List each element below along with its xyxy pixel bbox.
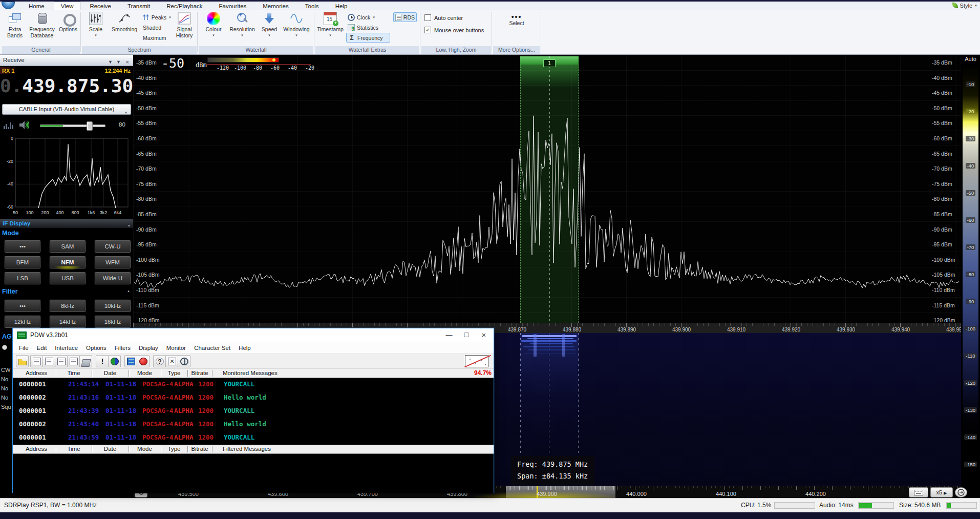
column-separator[interactable] (56, 370, 56, 377)
column-header-bitrate[interactable]: Bitrate (187, 445, 212, 453)
peaks-button[interactable]: Peaks ▼ (141, 12, 173, 22)
pdw-menu-filters[interactable]: Filters (111, 342, 135, 353)
column-header-address[interactable]: Address (17, 369, 56, 378)
mode-button-wfm[interactable]: WFM (94, 256, 131, 269)
table-row[interactable]: 000000221:43:1601-11-18POCSAG-4ALPHA1200… (13, 391, 494, 405)
column-separator[interactable] (56, 446, 56, 452)
receive-panel-header[interactable]: Receive ▼ ▼ × (0, 55, 133, 66)
pdw-menu-display[interactable]: Display (135, 342, 162, 353)
tab-tools[interactable]: Tools (298, 2, 326, 10)
column-header-monitored-messages[interactable]: Monitored Messages (223, 369, 278, 378)
tab-receive[interactable]: Receive (82, 2, 118, 10)
app-menu-button[interactable] (2, 2, 15, 9)
column-separator[interactable] (129, 370, 129, 377)
options-button[interactable]: Options (57, 11, 79, 45)
resolution-button[interactable]: Resolution ▼ (227, 11, 257, 45)
table-row[interactable]: 000000121:43:1401-11-18POCSAG-4ALPHA1200… (13, 378, 494, 391)
smoothing-button[interactable]: Smoothing (109, 11, 140, 45)
copy-button[interactable] (30, 355, 43, 367)
column-separator[interactable] (92, 370, 92, 377)
column-header-type[interactable]: Type (161, 445, 187, 453)
maximum-button[interactable]: Maximum (141, 33, 173, 43)
column-header-mode[interactable]: Mode (129, 445, 161, 453)
volume-slider[interactable] (40, 124, 105, 127)
style-button[interactable]: Style ▼ (952, 2, 977, 9)
frequency-display[interactable]: 0.439.875.300 (0, 75, 133, 96)
column-separator[interactable] (187, 446, 188, 452)
rf-spectrum-display[interactable]: -50 dBm -120-100-80-60-40-20 -35 dBm-40 … (133, 55, 961, 333)
windowing-button[interactable]: Windowing ▼ (282, 11, 311, 45)
copy-all-button[interactable] (42, 355, 55, 367)
pdw-menu-file[interactable]: File (15, 342, 33, 353)
column-header-date[interactable]: Date (92, 445, 129, 453)
column-separator[interactable] (187, 370, 188, 377)
clock-button[interactable]: Clock ▼ (346, 12, 390, 22)
pdw-menu-monitor[interactable]: Monitor (162, 342, 190, 353)
auto-range-button[interactable]: Auto (961, 56, 980, 62)
statistics-button[interactable]: Statistics (346, 23, 390, 32)
close-button[interactable]: × (476, 328, 492, 342)
mode-button-lsb[interactable]: LSB (4, 272, 41, 285)
frequency-database-button[interactable]: Frequency Database (28, 11, 56, 45)
pdw-menu-edit[interactable]: Edit (33, 342, 51, 353)
mode-button-[interactable]: ••• (4, 240, 41, 253)
zoom-multiplier-button[interactable]: x5 ▶ (930, 487, 953, 497)
filter-button-10khz[interactable]: 10kHz (94, 299, 131, 313)
timestamp-button[interactable]: + Timestamp ▼ (316, 11, 344, 45)
minimize-button[interactable]: — (441, 328, 457, 342)
speed-button[interactable]: Speed ▼ (258, 11, 281, 45)
mode-button-wideu[interactable]: Wide-U (94, 272, 131, 285)
column-separator[interactable] (161, 446, 161, 452)
table-row[interactable]: 000000121:43:5901-11-18POCSAG-4ALPHA1200… (13, 431, 494, 445)
mode-button-nfm[interactable]: NFM (49, 256, 86, 269)
scale-button[interactable]: Scale ▼ (84, 11, 108, 45)
keyboard-entry-button[interactable] (909, 487, 928, 497)
mode-button-usb[interactable]: USB (49, 272, 86, 285)
select-button[interactable]: ••• Select (501, 14, 532, 48)
pdw-title-bar[interactable]: PDW v3.2b01 — □ × (13, 328, 494, 342)
volume-slider-handle[interactable] (87, 121, 93, 131)
column-separator[interactable] (161, 370, 161, 377)
close-icon[interactable]: × (126, 57, 129, 68)
help-button[interactable]: ? (153, 355, 166, 367)
auto-center-checkbox[interactable]: Auto center (424, 14, 463, 21)
column-header-bitrate[interactable]: Bitrate (187, 369, 212, 378)
tab-rec-playback[interactable]: Rec/Playback (159, 2, 209, 10)
column-header-time[interactable]: Time (56, 369, 92, 378)
alert-button[interactable]: ! (96, 355, 109, 367)
monitor-button[interactable] (124, 355, 137, 367)
pdw-menu-interface[interactable]: Interface (51, 342, 82, 353)
filter-toggle-button[interactable]: ✕ (165, 355, 178, 367)
mode-button-sam[interactable]: SAM (49, 240, 86, 253)
tab-favourites[interactable]: Favourites (212, 2, 254, 10)
tab-view[interactable]: View (54, 2, 81, 10)
audio-device-select[interactable]: CABLE Input (VB-Audio Virtual Cable) ▼ (2, 104, 131, 115)
column-separator[interactable] (212, 446, 212, 452)
column-header-date[interactable]: Date (92, 369, 129, 378)
monitored-messages-header[interactable]: 94.7% AddressTimeDateModeTypeBitrateMoni… (13, 369, 494, 378)
column-header-mode[interactable]: Mode (129, 369, 161, 378)
clear-button[interactable] (79, 355, 92, 367)
pdw-menu-options[interactable]: Options (82, 342, 111, 353)
column-header-time[interactable]: Time (56, 445, 92, 453)
pin-icon[interactable]: ▼ (116, 57, 121, 68)
frequency-button[interactable]: Σ Frequency (346, 33, 390, 43)
if-display-section-header[interactable]: IF Display ▼ (0, 219, 133, 228)
tab-memories[interactable]: Memories (255, 2, 295, 10)
chevron-up-icon[interactable]: ▲ (127, 289, 130, 293)
pdw-menu-character-set[interactable]: Character Set (190, 342, 235, 353)
tab-home[interactable]: Home (22, 2, 52, 10)
table-row[interactable]: 000000121:43:3901-11-18POCSAG-4ALPHA1200… (13, 405, 494, 418)
filtered-messages-header[interactable]: AddressTimeDateModeTypeBitrateFiltered M… (13, 445, 494, 454)
speaker-icon[interactable] (18, 120, 31, 130)
tab-help[interactable]: Help (328, 2, 355, 10)
shaded-button[interactable]: Shaded (141, 23, 173, 32)
globe-button[interactable] (108, 355, 121, 367)
column-separator[interactable] (212, 370, 212, 377)
rds-button[interactable]: RDS (393, 12, 417, 22)
filter-button-12khz[interactable]: 12kHz (4, 315, 41, 328)
pdw-menu-help[interactable]: Help (235, 342, 255, 353)
filter-button-14khz[interactable]: 14kHz (49, 315, 86, 328)
filter-button-8khz[interactable]: 8kHz (49, 299, 86, 313)
column-separator[interactable] (129, 446, 129, 452)
